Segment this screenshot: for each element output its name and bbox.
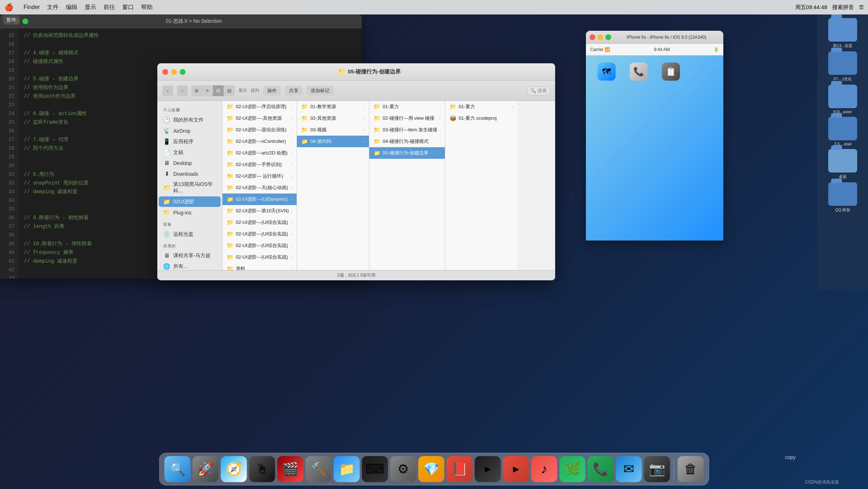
list-item[interactable]: 📁 02-UI进阶----其他资源 › [222,112,297,124]
list-item[interactable]: 📁 02-其他资源 › [297,112,369,124]
menubar-window[interactable]: 窗口 [122,4,134,11]
dock-movie[interactable]: 🎬 [277,456,303,482]
sidebar-item-remote[interactable]: 💿 远程光盘 [159,229,221,239]
column-view-btn[interactable]: ⊟ [213,85,224,96]
dock-terminal[interactable]: ⌨ [362,456,388,482]
dock-music[interactable]: ♪ [531,456,557,482]
app-icon-phone[interactable]: 📞 [630,63,648,81]
list-item[interactable]: 📁 02-UI进阶---手势识别) › [222,159,297,170]
list-item[interactable]: 📁 04-碰撞行为-碰撞模式 › [369,136,445,147]
dock-sketch[interactable]: 💎 [418,456,444,482]
list-item[interactable]: 📁 03-视频 › [297,124,369,136]
list-item[interactable]: 📁 02-UI进阶---(UIDynamic) › [222,194,297,205]
sidebar-item-heima[interactable]: 📁 第13期黑马iOS学科... [159,179,221,196]
folder-icon-right [828,182,857,206]
list-item[interactable]: 📁 02-UI进阶---(UI综合实战) › [222,251,297,263]
list-item[interactable]: 📁 02-UI进阶---器综合演练) › [222,124,297,136]
list-view-btn[interactable]: ≡ [202,85,213,96]
iphone-simulator: iPhone 6s - iPhone 6s / iOS 9.0 (13A340)… [586,31,723,241]
finder-close-button[interactable] [162,69,168,75]
back-button[interactable]: ‹ [162,85,173,96]
list-item[interactable]: 📁 02-UI进阶---天(核心动画) › [222,182,297,194]
app-icon-map[interactable]: 🗺 [597,63,616,81]
sidebar-item-02ui[interactable]: 📁 02UI进阶 [159,196,221,207]
list-item[interactable]: 📁 02-UI进阶---artz2D 绘图) › [222,147,297,159]
folder-icon: 📁 [374,115,380,122]
list-item[interactable]: 📁 05-碰撞行为-创建边界 › [369,147,445,159]
search-box[interactable]: 🔍 搜索 [527,86,550,95]
sim-close[interactable] [590,34,595,40]
list-item[interactable]: 📁 04-源代码 › [297,136,369,147]
menubar-search[interactable]: 搜索拼音 [832,4,854,11]
list-item[interactable]: 📦 01-重力.xcodeproj [445,112,518,124]
dock-cursor[interactable]: 🖱 [249,456,275,482]
dock-iterm[interactable]: ▶ [475,456,501,482]
sidebar-label-downloads: Downloads [173,171,198,177]
list-item[interactable]: 📁 02-碰撞行---用 view 碰撞 › [369,112,445,124]
tag-button[interactable]: 添加标记 [306,86,334,95]
menubar-help[interactable]: 帮助 [141,4,153,11]
sidebar-item-plugins[interactable]: 📁 Plug-ins [159,207,221,218]
dock-files[interactable]: 📁 [334,456,360,482]
list-item[interactable]: 📁 02-UI进阶---(UI综合实战) › [222,228,297,240]
dock-launchpad[interactable]: 🚀 [193,456,219,482]
menubar-file[interactable]: 文件 [47,4,59,11]
action-button[interactable]: 操作 [263,86,281,95]
view-toggle[interactable]: ⊞ ≡ ⊟ ▤ [191,85,235,96]
dock-photos[interactable]: 🌿 [559,456,586,482]
sidebar-item-desktop[interactable]: 🖥 Desktop [159,158,221,168]
app-icon-contacts[interactable]: 📋 [662,63,680,81]
right-folder-item[interactable]: KSI...aster [820,85,865,114]
share-button[interactable]: 共享 [285,86,303,95]
finder-maximize-button[interactable] [180,69,186,75]
list-item[interactable]: 📁 01-重力 › [369,101,445,112]
dock-mail[interactable]: ✉ [616,456,642,482]
menubar-menu[interactable]: ☰ [859,4,864,10]
menubar-view[interactable]: 显示 [85,4,96,11]
forward-button[interactable]: › [177,85,188,96]
menubar-edit[interactable]: 编辑 [66,4,77,11]
menubar-go[interactable]: 前往 [103,4,115,11]
list-item[interactable]: 📁 02-UI进阶---nController) › [222,136,297,147]
cover-flow-btn[interactable]: ▤ [224,85,235,96]
finder-column-4: 📁 01-重力 › 📦 01-重力.xcodeproj [445,101,518,280]
list-item[interactable]: 📁 03-碰撞行---item 发生碰撞 › [369,124,445,136]
list-item[interactable]: 📁 02-UI进阶---序启动原理) › [222,101,297,112]
right-folder-item[interactable]: 第13...业提 [820,18,865,48]
sidebar-item-applications[interactable]: 📱 应用程序 [159,136,221,147]
sim-maximize[interactable] [605,34,611,40]
list-item[interactable]: 📁 02-UI进阶--- 运行循环) › [222,170,297,182]
sidebar-item-downloads[interactable]: ⬇ Downloads [159,169,221,179]
right-folder-item[interactable]: 桌面 [820,149,865,179]
dock-tools[interactable]: 🔨 [306,456,332,482]
dock-phone[interactable]: 📞 [588,456,614,482]
sidebar-item-course-share[interactable]: 🖥 课程共享-马方超 [159,251,221,261]
list-item[interactable]: 📁 02-UI进阶---(UI综合实战) › [222,240,297,251]
menubar-finder[interactable]: Finder [24,4,40,10]
right-folder-item[interactable]: QQ 框架 [820,182,865,213]
sidebar-item-documents[interactable]: 📄 文稿 [159,147,221,158]
dock-camera[interactable]: 📷 [644,456,670,482]
folder-icon: 📁 [374,103,380,110]
icon-view-btn[interactable]: ⊞ [191,85,202,96]
app-icon-wrapper: 🗺 [593,63,620,233]
list-item[interactable]: 📁 02-UI进阶---(UI综合实战) › [222,217,297,228]
apple-menu[interactable]: 🍎 [4,3,13,12]
dock-safari[interactable]: 🧭 [221,456,247,482]
dock-pdf[interactable]: 📕 [447,456,473,482]
right-folder-item[interactable]: ZJL...etail [820,117,865,146]
maximize-button[interactable] [22,18,28,24]
sidebar-item-airdrop[interactable]: 📡 AirDrop [159,126,221,136]
sidebar-item-all-files[interactable]: 🕐 我的所有文件 [159,115,221,125]
dock-settings[interactable]: ⚙ [390,456,416,482]
dock-video[interactable]: ▶ [503,456,529,482]
finder-minimize-button[interactable] [171,69,177,75]
right-folder-item[interactable]: 07-...(优化 [820,51,865,82]
sim-minimize[interactable] [597,34,603,40]
02ui-icon: 📁 [163,198,170,205]
dock-finder[interactable]: 🔍 [165,456,191,482]
list-item[interactable]: 📁 01-重力 › [445,101,518,112]
list-item[interactable]: 📁 02-UI进阶---第10天(SVN) › [222,205,297,217]
list-item[interactable]: 📁 01-教学资源 › [297,101,369,112]
dock-trash[interactable]: 🗑 [678,456,704,482]
